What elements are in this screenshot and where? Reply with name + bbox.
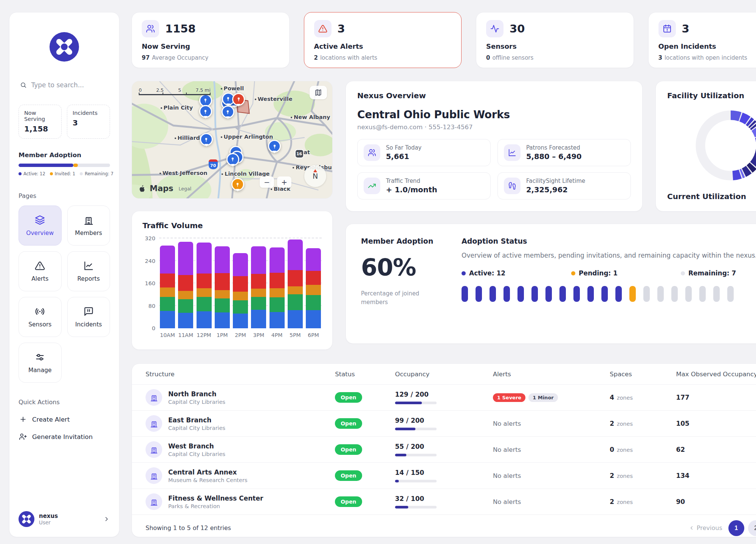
bar-segment (251, 289, 266, 297)
occupancy-value: 14 / 150 (395, 469, 493, 476)
sidebar-item-sensors[interactable]: Sensors (19, 297, 62, 337)
kpi-label: Active Alerts (314, 42, 452, 50)
kpi-card-sensors[interactable]: 30Sensors0offline sensors (476, 12, 634, 68)
zoom-out-button[interactable]: − (260, 176, 274, 188)
no-alerts-text: No alerts (493, 446, 521, 453)
spaces-cell: 0zones (610, 446, 676, 453)
nexus-overview-card: Nexus Overview Central Ohio Public Works… (345, 81, 643, 212)
bar-1pm (215, 246, 230, 328)
structure-name: North Branch (168, 390, 225, 398)
progress-segment (78, 164, 110, 167)
sidebar-item-manage[interactable]: Manage (19, 343, 62, 383)
spaces-unit: zones (617, 447, 633, 453)
kpi-card-active-alerts[interactable]: 3Active Alerts2locations with alerts (304, 12, 462, 68)
alert-badges: 1 Severe1 Minor (493, 393, 610, 402)
map[interactable]: PowellWestervilleNew AlbanyPlain CityHil… (132, 81, 333, 199)
sidebar-item-alerts[interactable]: Alerts (19, 251, 62, 291)
current-utilization-label: Current Utilization (667, 192, 746, 201)
alerts-cell: No alerts (493, 420, 610, 427)
page-button-1[interactable]: 1 (728, 520, 744, 536)
kpi-head: 30 (486, 20, 624, 37)
search-input[interactable] (31, 81, 108, 89)
user-profile[interactable]: nexus User (19, 511, 110, 527)
legend-label: Remaining: 7 (688, 269, 736, 277)
adoption-percentage: 60% (361, 253, 443, 281)
pill-active (615, 286, 622, 302)
mini-stat-now-serving[interactable]: Now Serving1,158 (19, 105, 62, 139)
incident-icon (84, 306, 94, 317)
mini-stat-label: Now Serving (24, 110, 56, 122)
bar-segment (197, 297, 212, 312)
pages-label: Pages (19, 192, 110, 199)
trending-up-icon (368, 182, 376, 190)
bar-segment (215, 312, 230, 328)
tile-icon-box (364, 178, 380, 194)
occupancy-bar-fill (395, 480, 399, 482)
users-icon (368, 148, 376, 157)
blue-map-pin-icon[interactable] (226, 153, 239, 166)
blue-map-pin-icon[interactable] (200, 133, 213, 146)
blue-map-pin-icon[interactable] (199, 105, 212, 118)
table-row[interactable]: Fitness & Wellness CenterParks & Recreat… (132, 488, 756, 515)
table-row[interactable]: East BranchCapital City LibrariesOpen99 … (132, 410, 756, 436)
pages-nav: OverviewMembersAlertsReportsSensorsIncid… (19, 206, 110, 383)
overview-stat-tiles: So Far Today5,661Patrons Forecasted5,880… (357, 139, 631, 199)
blue-map-pin-icon[interactable] (222, 105, 234, 118)
facility-utilization-title: Facility Utilization (667, 91, 756, 100)
alerts-cell: No alerts (493, 446, 610, 453)
quick-action-generate-invitation[interactable]: Generate Invitation (19, 433, 110, 440)
building-icon-box (146, 415, 162, 432)
traffic-volume-chart: 080160240320 10AM11AM12PM1PM2PM3PM4PM5PM… (143, 238, 322, 338)
tile-label: FacilitySight Lifetime (526, 178, 585, 184)
bar-segment (306, 248, 321, 271)
map-city-label: New Albany (291, 114, 330, 120)
max-occupancy-value: 105 (676, 420, 756, 427)
bar-segment (306, 271, 321, 285)
maps-legal-link[interactable]: Legal (179, 186, 192, 192)
bar-segment (160, 287, 175, 297)
red-map-pin-icon[interactable] (232, 93, 245, 106)
kpi-sub-label: locations with alerts (320, 54, 377, 61)
zoom-in-button[interactable]: + (277, 176, 291, 188)
chevron-left-icon (689, 525, 694, 531)
column-header-spaces: Spaces (610, 371, 676, 378)
sidebar-item-members[interactable]: Members (67, 206, 110, 246)
table-row[interactable]: Central Arts AnnexMuseum & Research Cent… (132, 462, 756, 488)
map-mode-button[interactable] (310, 86, 327, 99)
bar-segment (270, 273, 285, 288)
quick-action-create-alert[interactable]: Create Alert (19, 416, 110, 423)
kpi-card-open-incidents[interactable]: 3Open Incidents3locations with open inci… (648, 12, 756, 68)
kpi-value: 1158 (165, 22, 196, 35)
bar-segment (197, 311, 212, 328)
table-row[interactable]: North BranchCapital City LibrariesOpen12… (132, 384, 756, 410)
building-icon (150, 446, 158, 454)
table-row[interactable]: West BranchCapital City LibrariesOpen55 … (132, 436, 756, 462)
chevron-right-icon[interactable] (103, 516, 110, 522)
compass[interactable]: N (304, 165, 326, 187)
previous-page-button[interactable]: Previous (689, 524, 722, 532)
kpi-label: Open Incidents (658, 42, 756, 50)
kpi-value: 3 (682, 22, 689, 35)
pill-active (476, 286, 482, 302)
structure-name: Central Arts Annex (168, 468, 248, 476)
sidebar-item-overview[interactable]: Overview (19, 206, 62, 246)
bar-segment (270, 297, 285, 312)
sidebar-item-label: Reports (77, 275, 100, 282)
bar-segment (270, 247, 285, 273)
kpi-card-now-serving[interactable]: 1158Now Serving97Average Occupancy (132, 12, 290, 68)
pill-active (545, 286, 552, 302)
orange-map-pin-icon[interactable] (231, 178, 244, 191)
structure-name: West Branch (168, 442, 225, 450)
legend-dot (19, 172, 22, 175)
sidebar-item-incidents[interactable]: Incidents (67, 297, 110, 337)
scale-label: 2.5 (156, 87, 164, 93)
map-icon (314, 89, 322, 96)
building-icon-box (146, 389, 162, 406)
brand-logo (19, 32, 110, 62)
route-shield-icon: 70 (209, 159, 218, 169)
sidebar-item-reports[interactable]: Reports (67, 251, 110, 291)
page-button-2[interactable]: 2 (748, 520, 756, 536)
structure-name: Fitness & Wellness Center (168, 495, 263, 502)
mini-stat-incidents[interactable]: Incidents3 (67, 105, 110, 139)
occupancy-bar-fill (395, 402, 422, 404)
